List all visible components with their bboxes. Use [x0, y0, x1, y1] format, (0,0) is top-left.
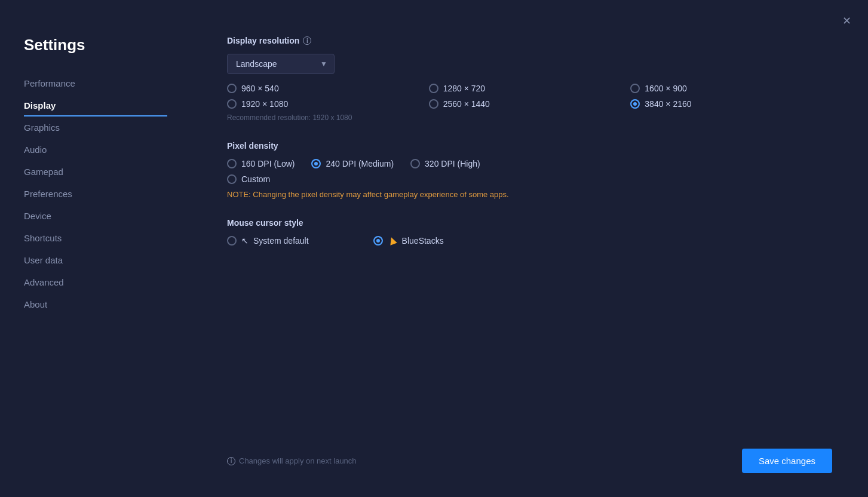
pixel-density-custom-row: Custom	[227, 174, 832, 184]
dpi-custom-label: Custom	[241, 174, 270, 184]
dpi-320[interactable]: 320 DPI (High)	[410, 159, 480, 168]
cursor-system-default[interactable]: ↖ System default	[227, 236, 309, 246]
sidebar-item-gamepad[interactable]: Gamepad	[24, 161, 167, 183]
sidebar-item-advanced[interactable]: Advanced	[24, 271, 167, 293]
footer-info-icon: i	[227, 457, 235, 465]
sidebar-item-performance[interactable]: Performance	[24, 72, 167, 94]
orientation-dropdown[interactable]: Landscape Portrait	[227, 54, 335, 74]
dpi-label: 320 DPI (High)	[425, 159, 480, 168]
display-resolution-info-icon[interactable]: i	[303, 36, 311, 45]
sidebar-item-audio[interactable]: Audio	[24, 139, 167, 161]
settings-container: Settings Performance Display Graphics Au…	[0, 0, 868, 497]
cursor-options-row: ↖ System default BlueStacks	[227, 236, 832, 246]
resolution-label: 3840 × 2160	[645, 99, 691, 109]
dpi-160[interactable]: 160 DPI (Low)	[227, 159, 295, 168]
sidebar: Settings Performance Display Graphics Au…	[0, 36, 191, 497]
dpi-label: 160 DPI (Low)	[241, 159, 295, 168]
resolution-label: 2560 × 1440	[443, 99, 490, 109]
pixel-density-note: NOTE: Changing the pixel density may aff…	[227, 190, 832, 199]
resolution-label: 1280 × 720	[443, 84, 485, 93]
sidebar-item-shortcuts[interactable]: Shortcuts	[24, 227, 167, 249]
cursor-bluestacks-label: BlueStacks	[402, 236, 444, 246]
resolution-1280x720[interactable]: 1280 × 720	[429, 84, 631, 93]
display-resolution-title: Display resolution i	[227, 36, 832, 45]
resolution-label: 1600 × 900	[645, 84, 686, 93]
sidebar-item-device[interactable]: Device	[24, 205, 167, 227]
close-button[interactable]: ✕	[838, 12, 856, 30]
resolution-grid: 960 × 540 1280 × 720 1600 × 900 1920 × 1…	[227, 84, 832, 109]
pixel-density-title: Pixel density	[227, 141, 832, 151]
sidebar-item-userdata[interactable]: User data	[24, 249, 167, 271]
sidebar-item-about[interactable]: About	[24, 293, 167, 315]
dpi-label: 240 DPI (Medium)	[326, 159, 394, 168]
close-icon: ✕	[842, 15, 851, 27]
bluestacks-cursor-icon	[388, 236, 397, 245]
orientation-dropdown-wrapper: Landscape Portrait ▼	[227, 54, 335, 74]
system-cursor-icon: ↖	[241, 236, 249, 246]
main-content: Display resolution i Landscape Portrait …	[191, 36, 868, 497]
mouse-cursor-section: Mouse cursor style ↖ System default Blue…	[227, 218, 832, 246]
mouse-cursor-title: Mouse cursor style	[227, 218, 832, 228]
resolution-3840x2160[interactable]: 3840 × 2160	[630, 99, 832, 109]
save-changes-button[interactable]: Save changes	[742, 449, 832, 473]
pixel-density-section: Pixel density 160 DPI (Low) 240 DPI (Med…	[227, 141, 832, 199]
resolution-1920x1080[interactable]: 1920 × 1080	[227, 99, 429, 109]
footer: i Changes will apply on next launch Save…	[227, 449, 832, 473]
recommended-resolution-text: Recommended resolution: 1920 x 1080	[227, 113, 832, 122]
resolution-label: 1920 × 1080	[241, 99, 288, 109]
resolution-label: 960 × 540	[241, 84, 279, 93]
footer-note-text: Changes will apply on next launch	[239, 456, 357, 465]
cursor-system-label: System default	[253, 236, 309, 246]
sidebar-item-display[interactable]: Display	[24, 94, 167, 116]
page-title: Settings	[24, 36, 167, 54]
resolution-960x540[interactable]: 960 × 540	[227, 84, 429, 93]
sidebar-item-graphics[interactable]: Graphics	[24, 116, 167, 139]
dpi-240[interactable]: 240 DPI (Medium)	[311, 159, 394, 168]
footer-note: i Changes will apply on next launch	[227, 456, 357, 465]
display-resolution-section: Display resolution i Landscape Portrait …	[227, 36, 832, 122]
sidebar-item-preferences[interactable]: Preferences	[24, 183, 167, 205]
resolution-2560x1440[interactable]: 2560 × 1440	[429, 99, 631, 109]
dpi-custom[interactable]: Custom	[227, 174, 270, 184]
pixel-density-row: 160 DPI (Low) 240 DPI (Medium) 320 DPI (…	[227, 159, 832, 168]
resolution-1600x900[interactable]: 1600 × 900	[630, 84, 832, 93]
cursor-bluestacks[interactable]: BlueStacks	[373, 236, 444, 246]
